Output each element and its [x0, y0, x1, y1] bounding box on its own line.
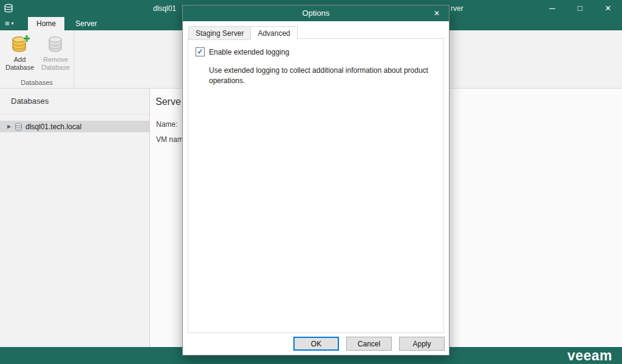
apply-button[interactable]: Apply	[399, 337, 445, 351]
ribbon-group-databases: Add Database Remove Database Databases	[0, 30, 74, 88]
add-database-button[interactable]: Add Database	[3, 33, 36, 77]
main-menu-button[interactable]: ≡▾	[5, 17, 14, 30]
tab-home[interactable]: Home	[28, 17, 64, 30]
remove-database-icon	[46, 35, 66, 54]
app-window: dlsql01 rver ─ □ ✕ ≡▾ Home Server	[0, 0, 622, 364]
enable-extended-logging-checkbox[interactable]: ✓	[196, 47, 205, 56]
dialog-tabstrip: Staging Server Advanced	[188, 26, 297, 40]
dialog-buttons: OK Cancel Apply	[293, 337, 445, 351]
checkbox-label: Enable extended logging	[209, 48, 289, 56]
remove-database-label: Remove Database	[41, 56, 70, 71]
add-database-label: Add Database	[5, 56, 34, 71]
tab-advanced[interactable]: Advanced	[250, 26, 297, 40]
extended-logging-description: Use extended logging to collect addition…	[209, 66, 447, 86]
window-title-fragment-right: rver	[451, 0, 463, 17]
sidebar-databases: Databases ▶ dlsql01.tech.local	[0, 89, 150, 347]
dialog-titlebar: Options ✕	[183, 5, 449, 21]
cancel-button[interactable]: Cancel	[346, 337, 392, 351]
sidebar-header: Databases	[0, 89, 149, 115]
minimize-icon[interactable]: ─	[538, 0, 566, 17]
veeam-logo: veeam	[567, 348, 612, 364]
tab-staging-server[interactable]: Staging Server	[188, 26, 251, 40]
ok-button[interactable]: OK	[293, 337, 339, 351]
tab-server[interactable]: Server	[68, 17, 104, 30]
check-icon: ✓	[197, 48, 203, 55]
tree-expand-icon[interactable]: ▶	[7, 124, 15, 129]
add-database-icon	[10, 35, 30, 54]
caret-down-icon: ▾	[12, 21, 14, 26]
app-icon	[4, 3, 15, 14]
tree-item-dlsql01[interactable]: ▶ dlsql01.tech.local	[0, 121, 149, 132]
dialog-close-icon[interactable]: ✕	[428, 5, 445, 21]
advanced-tab-panel: ✓ Enable extended logging Use extended l…	[188, 38, 444, 333]
tree-item-label: dlsql01.tech.local	[26, 123, 81, 131]
ribbon-group-label: Databases	[0, 79, 73, 86]
hamburger-icon: ≡	[5, 19, 10, 28]
window-title-fragment-left: dlsql01	[153, 0, 176, 17]
close-icon[interactable]: ✕	[594, 0, 622, 17]
database-icon	[15, 123, 22, 131]
dialog-title: Options	[183, 5, 449, 21]
maximize-icon[interactable]: □	[566, 0, 594, 17]
window-controls: ─ □ ✕	[538, 0, 622, 17]
options-dialog: Options ✕ Staging Server Advanced ✓ Enab…	[182, 5, 449, 356]
remove-database-button[interactable]: Remove Database	[39, 33, 72, 77]
